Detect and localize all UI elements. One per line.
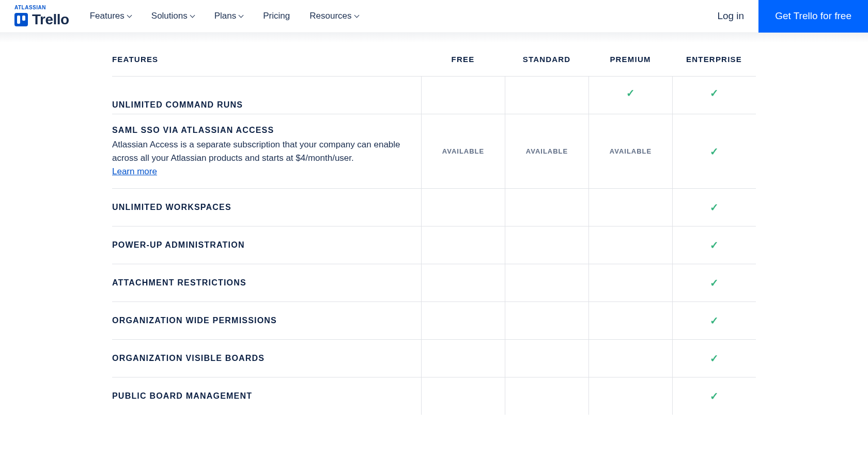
check-icon: ✓ (710, 239, 719, 251)
check-icon: ✓ (710, 277, 719, 289)
plan-cell (421, 377, 505, 415)
nav-plans[interactable]: Plans (214, 11, 244, 21)
feature-title: ORGANIZATION VISIBLE BOARDS (112, 354, 411, 363)
plan-cell (505, 302, 588, 339)
col-premium: PREMIUM (610, 55, 650, 64)
plan-cell (588, 302, 672, 339)
available-label: AVAILABLE (442, 147, 484, 155)
chevron-down-icon (238, 13, 243, 19)
plan-cell: ✓ (672, 114, 756, 188)
get-trello-button[interactable]: Get Trello for free (758, 0, 868, 33)
plan-cell (588, 264, 672, 301)
col-features: FEATURES (112, 55, 158, 64)
col-enterprise: ENTERPRISE (686, 55, 742, 64)
feature-title: ATTACHMENT RESTRICTIONS (112, 278, 411, 288)
table-row: ORGANIZATION WIDE PERMISSIONS✓ (112, 301, 756, 339)
table-row: POWER-UP ADMINISTRATION✓ (112, 226, 756, 264)
feature-title: SAML SSO VIA ATLASSIAN ACCESS (112, 126, 411, 135)
table-row: SAML SSO VIA ATLASSIAN ACCESSAtlassian A… (112, 114, 756, 188)
plan-cell (505, 340, 588, 377)
plan-cell (588, 340, 672, 377)
plan-cell (505, 77, 588, 114)
table-row: ORGANIZATION VISIBLE BOARDS✓ (112, 339, 756, 377)
nav-features[interactable]: Features (90, 11, 132, 21)
chevron-down-icon (127, 13, 132, 19)
check-icon: ✓ (710, 390, 719, 402)
feature-title: POWER-UP ADMINISTRATION (112, 240, 411, 250)
plan-cell: AVAILABLE (588, 114, 672, 188)
login-link[interactable]: Log in (703, 10, 758, 22)
plan-cell (421, 340, 505, 377)
plan-cell (505, 189, 588, 226)
plan-cell: ✓ (672, 302, 756, 339)
available-label: AVAILABLE (610, 147, 652, 155)
col-free: FREE (452, 55, 475, 64)
plan-cell: ✓ (672, 226, 756, 264)
plan-cell (505, 264, 588, 301)
plan-cell (421, 264, 505, 301)
feature-title: ORGANIZATION WIDE PERMISSIONS (112, 316, 411, 325)
plan-cell: ✓ (672, 77, 756, 114)
trello-logo[interactable]: ATLASSIAN Trello (14, 5, 69, 28)
check-icon: ✓ (710, 201, 719, 214)
check-icon: ✓ (710, 352, 719, 365)
plan-cell (421, 226, 505, 264)
table-row: ATTACHMENT RESTRICTIONS✓ (112, 264, 756, 301)
plan-cell (421, 77, 505, 114)
plan-cell (421, 189, 505, 226)
pricing-table: FEATURES FREE STANDARD PREMIUM ENTERPRIS… (112, 43, 756, 415)
table-header: FEATURES FREE STANDARD PREMIUM ENTERPRIS… (112, 43, 756, 76)
plan-cell (421, 302, 505, 339)
plan-cell (588, 189, 672, 226)
feature-title: UNLIMITED WORKSPACES (112, 203, 411, 212)
plan-cell: ✓ (588, 77, 672, 114)
chevron-down-icon (190, 13, 195, 19)
plan-cell (588, 226, 672, 264)
table-row: UNLIMITED WORKSPACES✓ (112, 188, 756, 226)
col-standard: STANDARD (523, 55, 571, 64)
check-icon: ✓ (710, 314, 719, 327)
top-nav: ATLASSIAN Trello Features Solutions Plan… (0, 0, 868, 33)
plan-cell (588, 377, 672, 415)
plan-cell: ✓ (672, 377, 756, 415)
nav-pricing[interactable]: Pricing (263, 11, 290, 21)
table-row: PUBLIC BOARD MANAGEMENT✓ (112, 377, 756, 415)
plan-cell: AVAILABLE (505, 114, 588, 188)
check-icon: ✓ (710, 87, 719, 99)
table-row: UNLIMITED COMMAND RUNS✓✓ (112, 76, 756, 114)
brand-parent: ATLASSIAN (14, 5, 69, 10)
brand-name: Trello (32, 11, 69, 28)
chevron-down-icon (354, 13, 359, 19)
nav-solutions[interactable]: Solutions (151, 11, 195, 21)
plan-cell: ✓ (672, 340, 756, 377)
check-icon: ✓ (626, 87, 635, 99)
learn-more-link[interactable]: Learn more (112, 167, 157, 177)
plan-cell: ✓ (672, 189, 756, 226)
plan-cell (505, 377, 588, 415)
nav-links: Features Solutions Plans Pricing Resourc… (90, 11, 359, 21)
available-label: AVAILABLE (526, 147, 568, 155)
feature-title: PUBLIC BOARD MANAGEMENT (112, 391, 411, 401)
plan-cell (505, 226, 588, 264)
check-icon: ✓ (710, 145, 719, 158)
plan-cell: ✓ (672, 264, 756, 301)
plan-cell: AVAILABLE (421, 114, 505, 188)
nav-resources[interactable]: Resources (309, 11, 359, 21)
feature-desc: Atlassian Access is a separate subscript… (112, 138, 411, 164)
feature-title: UNLIMITED COMMAND RUNS (112, 100, 411, 110)
trello-board-icon (14, 13, 28, 26)
